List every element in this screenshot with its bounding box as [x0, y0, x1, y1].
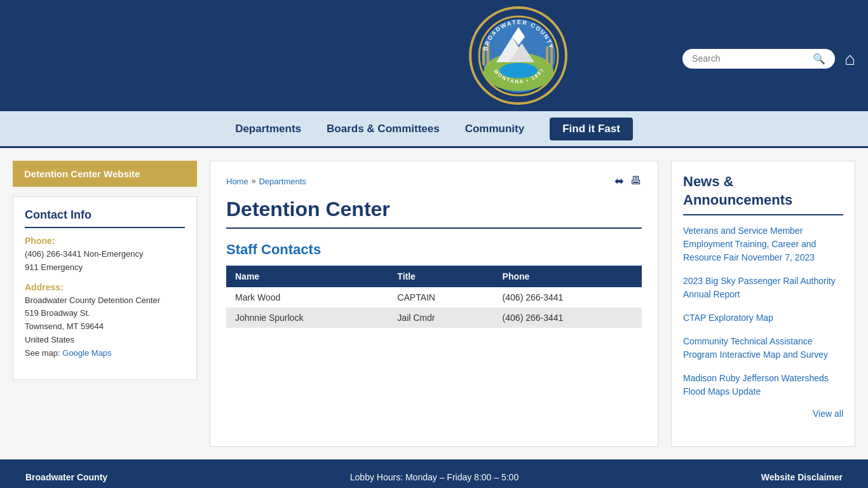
cell-phone: (406) 266-3441: [494, 287, 642, 308]
logo-svg: BROADWATER COUNTY MONTANA • 1897: [477, 15, 560, 97]
table-row: Johnnie SpurlockJail Cmdr(406) 266-3441: [226, 308, 642, 328]
news-sidebar: News & Announcements Veterans and Servic…: [671, 161, 855, 447]
cell-title: CAPTAIN: [388, 287, 493, 308]
table-header-row: Name Title Phone: [226, 266, 642, 287]
logo-container: BROADWATER COUNTY MONTANA • 1897: [354, 6, 682, 105]
table-row: Mark WoodCAPTAIN(406) 266-3441: [226, 287, 642, 308]
address-line3: Townsend, MT 59644: [25, 322, 104, 331]
contact-info-title: Contact Info: [25, 208, 185, 228]
main-panel: Home » Departments ⬌ 🖶 Detention Center …: [210, 161, 658, 447]
phone-line1: (406) 266-3441 Non-Emergency: [25, 249, 143, 259]
breadcrumb-actions: ⬌ 🖶: [614, 174, 642, 188]
col-name: Name: [226, 266, 388, 287]
detention-center-website-link[interactable]: Detention Center Website: [13, 161, 197, 187]
news-item-veterans-fair[interactable]: Veterans and Service Member Employment T…: [683, 224, 843, 264]
left-sidebar: Detention Center Website Contact Info Ph…: [13, 161, 197, 447]
address-line4: United States: [25, 335, 74, 344]
footer-disclaimer[interactable]: Website Disclaimer: [761, 472, 843, 482]
contact-info-box: Contact Info Phone: (406) 266-3441 Non-E…: [13, 196, 197, 380]
news-items-container: Veterans and Service Member Employment T…: [683, 224, 843, 398]
cell-phone: (406) 266-3441: [494, 308, 642, 328]
site-footer: Broadwater County Lobby Hours: Monday – …: [0, 459, 868, 488]
address-label: Address:: [25, 282, 185, 292]
footer-county-name: Broadwater County: [25, 472, 107, 482]
breadcrumb-sep1: »: [252, 177, 256, 186]
search-box[interactable]: 🔍: [682, 49, 835, 69]
phone-line2: 911 Emergency: [25, 262, 83, 272]
main-nav: Departments Boards & Committees Communit…: [0, 111, 868, 146]
print-icon[interactable]: 🖶: [630, 174, 642, 188]
news-item-ctap-map[interactable]: CTAP Exploratory Map: [683, 311, 843, 325]
site-header: BROADWATER COUNTY MONTANA • 1897 🔍 ⌂: [0, 0, 868, 111]
google-maps-link[interactable]: Google Maps: [62, 348, 111, 358]
home-button[interactable]: ⌂: [844, 49, 855, 69]
address-block: Broadwater County Detention Center 519 B…: [25, 294, 185, 360]
staff-contacts-title: Staff Contacts: [226, 241, 642, 258]
col-phone: Phone: [494, 266, 642, 287]
see-map-label: See map:: [25, 348, 60, 358]
news-item-flood-maps[interactable]: Madison Ruby Jefferson Watersheds Flood …: [683, 372, 843, 398]
breadcrumb-links: Home » Departments: [226, 177, 306, 186]
news-item-rail-report[interactable]: 2023 Big Sky Passenger Rail Authority An…: [683, 274, 843, 301]
svg-rect-10: [546, 46, 548, 65]
cell-title: Jail Cmdr: [388, 308, 493, 328]
nav-find-it-fast[interactable]: Find it Fast: [550, 118, 633, 140]
logo-circle: BROADWATER COUNTY MONTANA • 1897: [469, 6, 567, 105]
breadcrumb-home[interactable]: Home: [226, 177, 248, 186]
cell-name: Johnnie Spurlock: [226, 308, 388, 328]
share-icon[interactable]: ⬌: [614, 174, 624, 188]
header-right: 🔍 ⌂: [682, 49, 855, 69]
view-all-link[interactable]: View all: [813, 409, 843, 419]
breadcrumb-departments[interactable]: Departments: [259, 177, 306, 186]
col-title: Title: [388, 266, 493, 287]
nav-community[interactable]: Community: [465, 123, 525, 135]
breadcrumb: Home » Departments ⬌ 🖶: [226, 174, 642, 188]
search-button[interactable]: 🔍: [813, 53, 825, 65]
cell-name: Mark Wood: [226, 287, 388, 308]
phone-label: Phone:: [25, 236, 185, 246]
nav-departments[interactable]: Departments: [235, 123, 301, 135]
news-item-ctap-interactive[interactable]: Community Technical Assistance Program I…: [683, 335, 843, 362]
footer-lobby-hours: Lobby Hours: Monday – Friday 8:00 – 5:00: [350, 472, 519, 482]
address-line2: 519 Broadway St.: [25, 308, 90, 318]
page-title: Detention Center: [226, 198, 642, 229]
phone-numbers: (406) 266-3441 Non-Emergency 911 Emergen…: [25, 248, 185, 274]
news-title: News & Announcements: [683, 173, 843, 215]
nav-boards-committees[interactable]: Boards & Committees: [327, 123, 440, 135]
main-content: Detention Center Website Contact Info Ph…: [0, 148, 868, 459]
staff-table: Name Title Phone Mark WoodCAPTAIN(406) 2…: [226, 266, 642, 328]
search-input[interactable]: [692, 53, 813, 64]
address-line1: Broadwater County Detention Center: [25, 295, 160, 305]
